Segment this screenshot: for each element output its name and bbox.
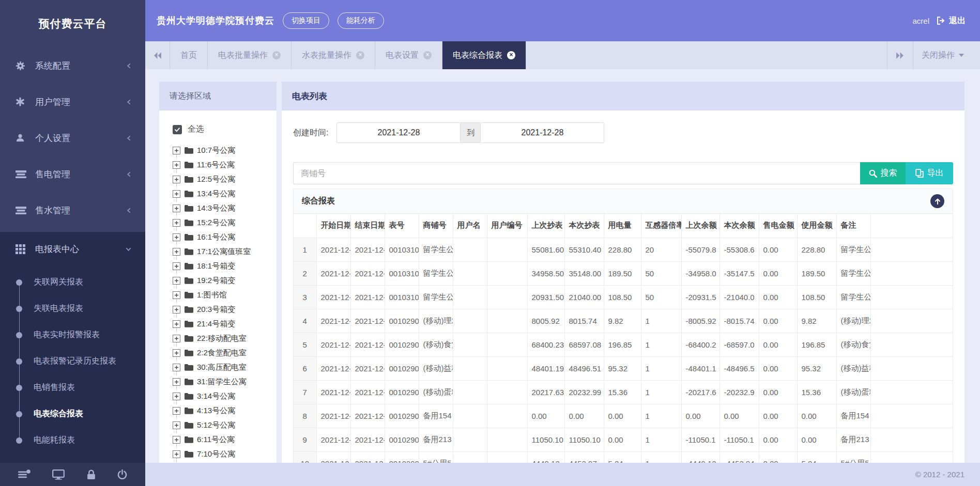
tree-item[interactable]: 10:7号公寓	[173, 143, 277, 158]
sidebar-item[interactable]: 售水管理	[0, 192, 145, 228]
sidebar-item-label: 售电管理	[35, 168, 70, 180]
sidebar-item[interactable]: 系统配置	[0, 48, 145, 84]
expand-icon[interactable]	[173, 147, 180, 154]
expand-icon[interactable]	[173, 378, 180, 386]
export-button[interactable]: 导出	[906, 162, 953, 184]
tree-item[interactable]: 15:2号公寓	[173, 215, 277, 230]
table-row[interactable]: 72021-12-282021-12-280010290(移动)蛋糕20217.…	[294, 380, 953, 404]
sidebar-subitem[interactable]: 电销售报表	[0, 374, 145, 401]
tree-item[interactable]: 16:1号公寓	[173, 230, 277, 244]
expand-icon[interactable]	[173, 248, 180, 256]
tree-item[interactable]: 30:高压配电室	[173, 360, 277, 374]
select-all-checkbox-row[interactable]: 全选	[173, 124, 277, 135]
expand-icon[interactable]	[173, 262, 180, 270]
tree-item[interactable]: 14:3号公寓	[173, 201, 277, 215]
tree-item[interactable]: 7:10号公寓	[173, 447, 277, 461]
menu-icon[interactable]	[18, 469, 30, 479]
tree-item[interactable]: 2:2食堂配电室	[173, 346, 277, 360]
monitor-icon[interactable]	[52, 469, 65, 480]
sidebar-item[interactable]: 售电管理	[0, 156, 145, 192]
close-icon[interactable]: ×	[423, 51, 432, 59]
date-from-input[interactable]: 2021-12-28	[336, 122, 461, 143]
sidebar-subitem[interactable]: 电表综合报表	[0, 401, 145, 427]
tree-item[interactable]: 12:5号公寓	[173, 172, 277, 186]
table-row[interactable]: 32021-12-282021-12-280010310留学生公寓20931.5…	[294, 285, 953, 309]
table-row[interactable]: 22021-12-282021-12-280010310留学生公寓34958.5…	[294, 261, 953, 285]
collapse-up-icon[interactable]	[930, 194, 944, 208]
tree-item[interactable]: 17:1公寓值班室	[173, 244, 277, 259]
lock-icon[interactable]	[87, 469, 96, 480]
table-row[interactable]: 42021-12-282021-12-280010290(移动)理发8005.9…	[294, 309, 953, 333]
table-cell: (移动)益科	[419, 356, 453, 380]
expand-icon[interactable]	[173, 364, 180, 371]
table-row[interactable]: 52021-12-282021-12-280010290(移动)食堂68400.…	[294, 333, 953, 356]
logout-button[interactable]: 退出	[937, 15, 966, 26]
search-input[interactable]	[293, 162, 860, 184]
table-row[interactable]: 92021-12-282021-12-280010290备用21311050.1…	[294, 428, 953, 451]
close-operations-dropdown[interactable]: 关闭操作	[913, 41, 980, 69]
folder-icon	[185, 176, 193, 183]
expand-icon[interactable]	[173, 176, 180, 183]
date-to-input[interactable]: 2021-12-28	[480, 122, 604, 143]
expand-icon[interactable]	[173, 421, 180, 429]
sidebar-item[interactable]: 个人设置	[0, 120, 145, 156]
tabs-scroll-left-button[interactable]	[145, 41, 170, 69]
table-row[interactable]: 82021-12-282021-12-280010290备用1540.000.0…	[294, 404, 953, 428]
table-row[interactable]: 62021-12-282021-12-280010290(移动)益科48401.…	[294, 356, 953, 380]
sidebar-item-report-center[interactable]: 电报表中心	[0, 232, 145, 266]
expand-icon[interactable]	[173, 407, 180, 415]
expand-icon[interactable]	[173, 190, 180, 198]
tree-item[interactable]: 13:4号公寓	[173, 186, 277, 201]
tree-item[interactable]: 19:2号箱变	[173, 273, 277, 288]
sidebar-subitem[interactable]: 电表实时报警报表	[0, 322, 145, 348]
tree-item[interactable]: 4:13号公寓	[173, 403, 277, 418]
tree-item[interactable]: 18:1号箱变	[173, 259, 277, 273]
expand-icon[interactable]	[173, 233, 180, 241]
tree-item[interactable]: 5:12号公寓	[173, 418, 277, 432]
tab[interactable]: 首页	[170, 41, 208, 69]
tree-item[interactable]: 3:14号公寓	[173, 389, 277, 403]
expand-icon[interactable]	[173, 320, 180, 328]
caret-down-icon	[959, 54, 964, 57]
tab[interactable]: 电表综合报表×	[442, 41, 526, 69]
sidebar-subitem[interactable]: 失联网关报表	[0, 269, 145, 295]
sidebar-item[interactable]: 用户管理	[0, 84, 145, 120]
expand-icon[interactable]	[173, 205, 180, 212]
expand-icon[interactable]	[173, 436, 180, 444]
table-row[interactable]: 12021-12-282021-12-280010310留学生公寓55081.6…	[294, 238, 953, 261]
switch-project-button[interactable]: 切换项目	[283, 12, 329, 29]
expand-icon[interactable]	[173, 306, 180, 313]
tree-item[interactable]: 1:图书馆	[173, 288, 277, 302]
sidebar-subitem[interactable]: 失联电表报表	[0, 295, 145, 322]
energy-analysis-button[interactable]: 能耗分析	[338, 12, 384, 29]
tree-item[interactable]: 6:11号公寓	[173, 432, 277, 447]
sidebar-subitem[interactable]: 电表报警记录历史报表	[0, 348, 145, 374]
tab[interactable]: 电表设置×	[375, 41, 442, 69]
tree-item[interactable]: 21:4号箱变	[173, 317, 277, 331]
expand-icon[interactable]	[173, 219, 180, 227]
close-icon[interactable]: ×	[356, 51, 364, 59]
close-icon[interactable]: ×	[272, 51, 281, 59]
search-button[interactable]: 搜索	[860, 162, 906, 184]
power-icon[interactable]	[117, 469, 127, 480]
table-row[interactable]: 102021-12-282021-12-2800102905#公用54449.1…	[294, 451, 953, 463]
tree-item[interactable]: 31:留学生公寓	[173, 374, 277, 389]
close-icon[interactable]: ×	[507, 51, 515, 59]
expand-icon[interactable]	[173, 277, 180, 285]
tabs-scroll-right-button[interactable]	[887, 41, 913, 69]
tab[interactable]: 电表批量操作×	[208, 41, 292, 69]
tree-item[interactable]: 11:6号公寓	[173, 158, 277, 172]
sidebar-subitem[interactable]: 电能耗报表	[0, 427, 145, 453]
expand-icon[interactable]	[173, 335, 180, 342]
tree-item-label: 4:13号公寓	[197, 406, 235, 416]
expand-icon[interactable]	[173, 291, 180, 299]
expand-icon[interactable]	[173, 349, 180, 357]
table-cell: 0.00	[759, 428, 797, 451]
expand-icon[interactable]	[173, 450, 180, 458]
tree-item[interactable]: 22:移动配电室	[173, 331, 277, 346]
tree-item[interactable]: 20:3号箱变	[173, 302, 277, 317]
tab[interactable]: 水表批量操作×	[292, 41, 375, 69]
expand-icon[interactable]	[173, 161, 180, 169]
checkbox-checked-icon[interactable]	[173, 125, 182, 134]
expand-icon[interactable]	[173, 393, 180, 400]
